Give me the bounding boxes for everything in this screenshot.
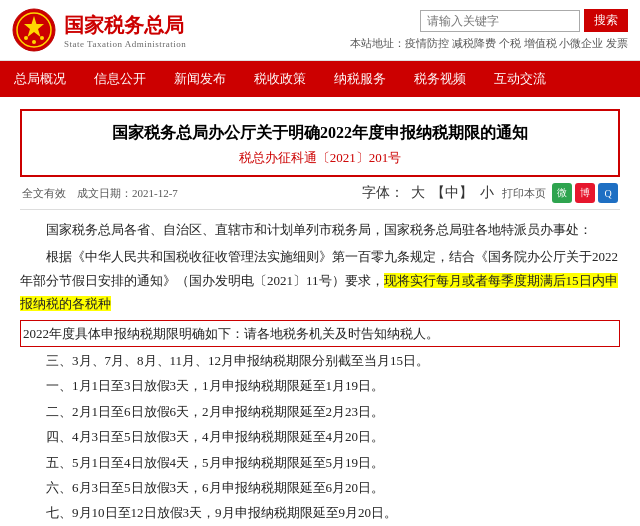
logo-area: 国家税务总局 State Taxation Administration [12,8,186,52]
list-item-5: 五、5月1日至4日放假4天，5月申报纳税期限延至5月19日。 [46,451,620,474]
list-items: 三、3月、7月、8月、11月、12月申报纳税期限分别截至当月15日。 一、1月1… [20,349,620,526]
font-small[interactable]: 小 [480,185,494,200]
share-wechat[interactable]: 微 [552,183,572,203]
doc-title-box: 国家税务总局办公厅关于明确2022年度申报纳税期限的通知 税总办征科通〔2021… [20,109,620,177]
share-weibo[interactable]: 博 [575,183,595,203]
meta-status: 全文有效 成文日期：2021-12-7 [22,186,178,201]
svg-point-5 [32,40,36,44]
svg-point-3 [24,36,28,40]
list-item-1: 三、3月、7月、8月、11月、12月申报纳税期限分别截至当月15日。 [46,349,620,372]
meta-right: 字体： 大 【中】 小 打印本页 微 博 Q [360,183,618,203]
content-area: 国家税务总局办公厅关于明确2022年度申报纳税期限的通知 税总办征科通〔2021… [0,97,640,526]
highlight-box: 2022年度具体申报纳税期限明确如下：请各地税务机关及时告知纳税人。 [20,320,620,347]
search-button[interactable]: 搜索 [584,9,628,32]
logo-english: State Taxation Administration [64,39,186,49]
share-icons: 微 博 Q [552,183,618,203]
divider [20,209,620,210]
font-large[interactable]: 大 [411,185,425,200]
font-label: 字体： [362,185,404,200]
list-item-3: 二、2月1日至6日放假6天，2月申报纳税期限延至2月23日。 [46,400,620,423]
body-para3: 请各地税务机关及时告知纳税人。 [244,326,439,341]
nav-news[interactable]: 新闻发布 [160,61,240,97]
list-item-2: 一、1月1日至3日放假3天，1月申报纳税期限延至1月19日。 [46,374,620,397]
share-qq[interactable]: Q [598,183,618,203]
doc-number: 税总办征科通〔2021〕201号 [42,149,598,167]
font-medium[interactable]: 【中】 [431,185,473,200]
header: 国家税务总局 State Taxation Administration 搜索 … [0,0,640,61]
body-para1: 国家税务总局各省、自治区、直辖市和计划单列市税务局，国家税务总局驻各地特派员办事… [20,218,620,241]
list-item-6: 六、6月3日至5日放假3天，6月申报纳税期限延至6月20日。 [46,476,620,499]
logo-chinese: 国家税务总局 [64,12,186,39]
search-bar: 搜索 [420,9,628,32]
logo-text: 国家税务总局 State Taxation Administration [64,12,186,49]
list-item-7: 七、9月10日至12日放假3天，9月申报纳税期限延至9月20日。 [46,501,620,524]
doc-title: 国家税务总局办公厅关于明确2022年度申报纳税期限的通知 [42,121,598,145]
meta-row: 全文有效 成文日期：2021-12-7 字体： 大 【中】 小 打印本页 微 博… [20,183,620,203]
nav-overview[interactable]: 总局概况 [0,61,80,97]
nav-video[interactable]: 税务视频 [400,61,480,97]
effective-label: 全文有效 [22,187,66,199]
print-button[interactable]: 打印本页 [502,186,546,201]
logo-emblem [12,8,56,52]
header-right: 搜索 本站地址：疫情防控 减税降费 个税 增值税 小微企业 发票 [350,9,628,51]
body-para2: 根据《中华人民共和国税收征收管理法实施细则》第一百零九条规定，结合《国务院办公厅… [20,245,620,315]
navbar: 总局概况 信息公开 新闻发布 税收政策 纳税服务 税务视频 互动交流 [0,61,640,97]
nav-service[interactable]: 纳税服务 [320,61,400,97]
doc-body: 国家税务总局各省、自治区、直辖市和计划单列市税务局，国家税务总局驻各地特派员办事… [20,218,620,526]
font-size-control: 字体： 大 【中】 小 [360,184,496,202]
list-item-4: 四、4月3日至5日放假3天，4月申报纳税期限延至4月20日。 [46,425,620,448]
header-links: 本站地址：疫情防控 减税降费 个税 增值税 小微企业 发票 [350,36,628,51]
search-input[interactable] [420,10,580,32]
nav-policy[interactable]: 税收政策 [240,61,320,97]
date-label: 成文日期：2021-12-7 [77,187,178,199]
svg-point-4 [40,36,44,40]
nav-interact[interactable]: 互动交流 [480,61,560,97]
nav-info[interactable]: 信息公开 [80,61,160,97]
highlight-box-text: 2022年度具体申报纳税期限明确如下： [23,326,244,341]
